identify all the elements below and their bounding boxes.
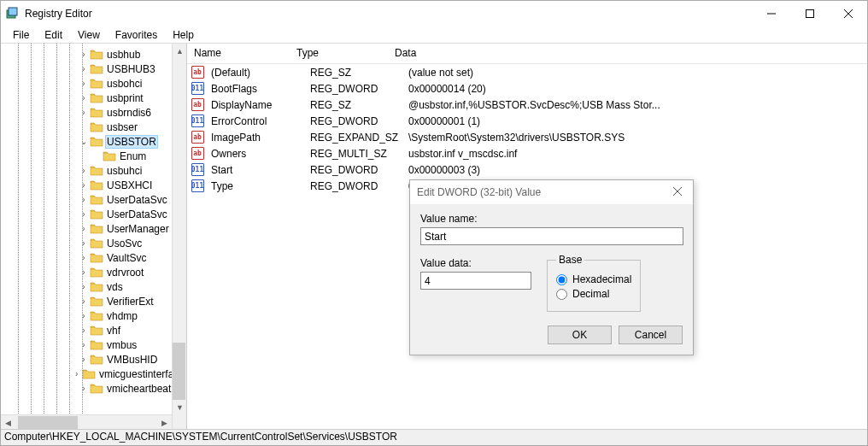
string-value-icon: ab: [191, 131, 204, 144]
close-button[interactable]: [829, 1, 867, 26]
tree-item[interactable]: Enum: [1, 149, 186, 163]
base-legend: Base: [556, 254, 584, 266]
dword-value-icon: 011: [191, 163, 204, 177]
tree-item[interactable]: ›vhdmp: [1, 308, 186, 323]
value-name-input[interactable]: [420, 227, 683, 245]
tree-item[interactable]: ›vmbus: [1, 337, 186, 352]
value-name: BootFlags: [208, 83, 307, 95]
list-row[interactable]: abImagePathREG_EXPAND_SZ\SystemRoot\Syst…: [187, 129, 867, 145]
scrollbar-thumb[interactable]: [18, 416, 78, 429]
radio-decimal[interactable]: [556, 289, 567, 300]
scroll-up-icon[interactable]: ▲: [173, 44, 187, 58]
menu-view[interactable]: View: [71, 27, 107, 43]
chevron-down-icon[interactable]: ⌄: [78, 137, 90, 146]
value-data-input[interactable]: [420, 272, 531, 290]
list-row[interactable]: 011BootFlagsREG_DWORD0x00000014 (20): [187, 80, 867, 97]
tree-item-label: usbser: [105, 121, 139, 133]
tree-item[interactable]: ⌄USBSTOR: [1, 134, 186, 149]
chevron-right-icon[interactable]: ›: [78, 282, 90, 291]
tree-item[interactable]: ›UserManager: [1, 221, 186, 236]
tree-item[interactable]: ›usbohci: [1, 76, 186, 91]
chevron-right-icon[interactable]: ›: [78, 180, 90, 190]
dialog-close-button[interactable]: [669, 186, 686, 198]
header-name[interactable]: Name: [187, 44, 290, 63]
tree-item[interactable]: ›VMBusHID: [1, 352, 186, 367]
tree-item[interactable]: usbser: [1, 120, 186, 134]
tree-scrollbar-vertical[interactable]: ▲ ▼: [172, 44, 186, 429]
chevron-right-icon[interactable]: ›: [78, 267, 90, 277]
chevron-right-icon[interactable]: ›: [78, 108, 90, 117]
value-type: REG_DWORD: [307, 115, 405, 127]
folder-icon: [90, 325, 103, 337]
scroll-left-icon[interactable]: ◀: [1, 415, 15, 429]
value-type: REG_DWORD: [307, 164, 405, 176]
chevron-right-icon[interactable]: ›: [78, 195, 90, 204]
scrollbar-thumb[interactable]: [173, 343, 185, 402]
scroll-right-icon[interactable]: ▶: [157, 415, 172, 429]
radio-hex-label: Hexadecimal: [572, 273, 631, 285]
tree-item[interactable]: ›USBXHCI: [1, 178, 186, 192]
chevron-right-icon[interactable]: ›: [78, 224, 90, 233]
tree-scrollbar-horizontal[interactable]: ◀ ▶: [1, 414, 172, 429]
tree-item[interactable]: ›UserDataSvc: [1, 192, 186, 207]
tree-item-label: Enum: [118, 150, 148, 162]
tree-item[interactable]: ›VerifierExt: [1, 294, 186, 308]
chevron-right-icon[interactable]: ›: [78, 340, 90, 349]
list-row[interactable]: abDisplayNameREG_SZ@usbstor.inf,%USBSTOR…: [187, 97, 867, 113]
scroll-down-icon[interactable]: ▼: [173, 400, 187, 414]
chevron-right-icon[interactable]: ›: [78, 355, 90, 364]
tree-list[interactable]: ›usbhub›USBHUB3›usbohci›usbprint›usbrndi…: [1, 44, 186, 396]
chevron-right-icon[interactable]: ›: [78, 209, 90, 219]
list-body[interactable]: ab(Default)REG_SZ(value not set)011BootF…: [187, 64, 867, 194]
maximize-button[interactable]: [790, 1, 829, 26]
chevron-right-icon[interactable]: ›: [78, 50, 90, 59]
chevron-right-icon[interactable]: ›: [78, 311, 90, 320]
chevron-right-icon[interactable]: ›: [78, 93, 90, 103]
list-header: Name Type Data: [187, 44, 867, 64]
chevron-right-icon[interactable]: ›: [78, 253, 90, 262]
chevron-right-icon[interactable]: ›: [78, 79, 90, 88]
ok-button[interactable]: OK: [548, 326, 612, 344]
list-row[interactable]: 011ErrorControlREG_DWORD0x00000001 (1): [187, 113, 867, 129]
radio-hexadecimal[interactable]: [556, 274, 567, 285]
list-row[interactable]: ab(Default)REG_SZ(value not set): [187, 64, 867, 80]
value-name: Start: [208, 164, 307, 176]
tree-item[interactable]: ›usbrndis6: [1, 105, 186, 120]
tree-item[interactable]: ›vhf: [1, 323, 186, 337]
value-data: usbstor.inf v_mscdsc.inf: [405, 148, 867, 160]
minimize-button[interactable]: [752, 1, 790, 26]
menu-help[interactable]: Help: [166, 27, 201, 43]
dword-value-icon: 011: [191, 179, 204, 193]
tree-item[interactable]: ›vmicguestinterface: [1, 367, 186, 381]
menu-favorites[interactable]: Favorites: [108, 27, 164, 43]
header-type[interactable]: Type: [290, 44, 388, 63]
tree-item[interactable]: ›usbprint: [1, 91, 186, 105]
list-row[interactable]: 011StartREG_DWORD0x00000003 (3): [187, 161, 867, 178]
menu-edit[interactable]: Edit: [38, 27, 69, 43]
list-row[interactable]: abOwnersREG_MULTI_SZusbstor.inf v_mscdsc…: [187, 145, 867, 161]
chevron-right-icon[interactable]: ›: [78, 296, 90, 306]
dialog-titlebar[interactable]: Edit DWORD (32-bit) Value: [410, 180, 693, 204]
tree-item[interactable]: ›usbuhci: [1, 163, 186, 178]
cancel-button[interactable]: Cancel: [619, 326, 683, 344]
app-icon: [6, 7, 20, 21]
chevron-right-icon[interactable]: ›: [78, 238, 90, 248]
folder-icon: [90, 296, 103, 308]
value-name: Owners: [208, 148, 307, 160]
chevron-right-icon[interactable]: ›: [71, 369, 82, 379]
chevron-right-icon[interactable]: ›: [78, 326, 90, 335]
menu-file[interactable]: File: [6, 27, 36, 43]
tree-item[interactable]: ›vds: [1, 279, 186, 294]
tree-item[interactable]: ›vmicheartbeat: [1, 381, 186, 396]
chevron-right-icon[interactable]: ›: [78, 384, 90, 393]
tree-item[interactable]: ›USBHUB3: [1, 62, 186, 76]
chevron-right-icon[interactable]: ›: [78, 166, 90, 175]
tree-item-label: vmicheartbeat: [105, 383, 173, 395]
tree-item[interactable]: ›UserDataSvc: [1, 207, 186, 221]
tree-item[interactable]: ›VaultSvc: [1, 250, 186, 265]
chevron-right-icon[interactable]: ›: [78, 64, 90, 73]
tree-item[interactable]: ›UsoSvc: [1, 236, 186, 250]
header-data[interactable]: Data: [388, 44, 867, 63]
tree-item[interactable]: ›vdrvroot: [1, 265, 186, 279]
tree-item[interactable]: ›usbhub: [1, 47, 186, 62]
